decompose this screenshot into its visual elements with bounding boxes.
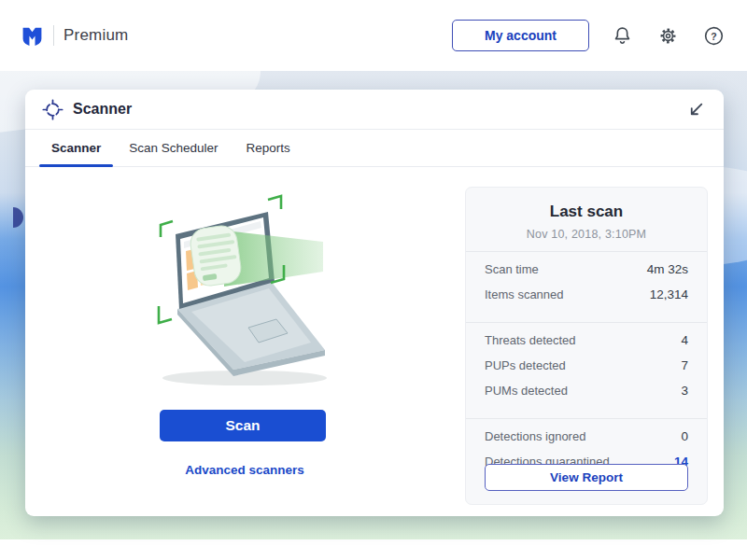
help-question-icon[interactable]: ? (701, 23, 726, 49)
background-accent-shape (13, 207, 23, 228)
scanner-crosshair-icon (42, 99, 63, 120)
card-body: Scan Advanced scanners Last scan Nov 10,… (25, 167, 724, 516)
scan-summary-group: Scan time 4m 32s Items scanned 12,314 (466, 252, 707, 312)
detections-group: Threats detected 4 PUPs detected 7 PUMs … (466, 323, 707, 408)
last-scan-title: Last scan (466, 203, 707, 221)
last-scan-date: Nov 10, 2018, 3:10PM (466, 228, 707, 241)
advanced-scanners-link[interactable]: Advanced scanners (25, 463, 464, 477)
last-scan-panel: Last scan Nov 10, 2018, 3:10PM Scan time… (465, 187, 708, 505)
collapse-arrow-icon[interactable] (685, 99, 707, 120)
stat-label: Detections ignored (485, 429, 585, 443)
stat-value: 3 (681, 384, 688, 398)
stat-value: 4 (681, 333, 688, 347)
tab-reports[interactable]: Reports (234, 130, 303, 166)
notification-bell-icon[interactable] (610, 23, 635, 49)
stat-value: 4m 32s (647, 262, 688, 276)
stat-row-items-scanned: Items scanned 12,314 (485, 282, 688, 307)
stat-row-scan-time: Scan time 4m 32s (485, 257, 688, 282)
scan-button[interactable]: Scan (160, 410, 326, 441)
page-title: Scanner (73, 101, 132, 118)
tab-scan-scheduler[interactable]: Scan Scheduler (117, 130, 230, 166)
view-report-button[interactable]: View Report (485, 464, 688, 491)
stat-label: Scan time (485, 262, 539, 276)
stat-label: Items scanned (485, 287, 564, 301)
brand-divider (53, 25, 54, 46)
stat-row-pups: PUPs detected 7 (485, 353, 688, 378)
card-header: Scanner (25, 90, 724, 130)
stat-row-pums: PUMs detected 3 (485, 378, 688, 403)
stat-label: PUMs detected (485, 384, 568, 398)
stat-row-threats: Threats detected 4 (485, 328, 688, 353)
stat-label: PUPs detected (485, 358, 566, 372)
stat-value: 12,314 (650, 287, 688, 301)
tab-bar: Scanner Scan Scheduler Reports (25, 130, 724, 167)
scanner-card: Scanner Scanner Scan Scheduler Reports (25, 90, 724, 516)
settings-gear-icon[interactable] (655, 23, 681, 49)
brand-name: Premium (63, 26, 128, 45)
top-bar: Premium My account ? (0, 0, 747, 71)
malwarebytes-logo-icon (21, 24, 44, 48)
my-account-button[interactable]: My account (452, 20, 589, 51)
tab-scanner[interactable]: Scanner (39, 130, 113, 166)
brand: Premium (21, 24, 128, 48)
stat-value: 7 (681, 358, 688, 372)
stat-label: Threats detected (485, 333, 576, 347)
laptop-scan-illustration (140, 186, 355, 389)
svg-text:?: ? (711, 30, 717, 41)
stat-row-ignored: Detections ignored 0 (485, 424, 688, 449)
stat-value: 0 (681, 429, 688, 443)
